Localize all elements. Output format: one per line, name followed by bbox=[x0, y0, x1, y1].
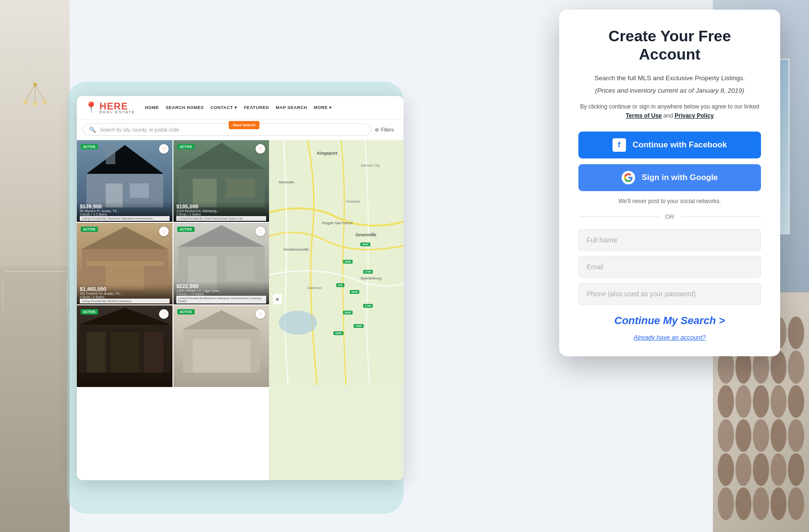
svg-rect-32 bbox=[269, 140, 404, 385]
svg-text:Asheville: Asheville bbox=[279, 180, 294, 184]
svg-text:Pisgah Nat Forest: Pisgah Nat Forest bbox=[322, 221, 353, 225]
svg-marker-30 bbox=[183, 310, 260, 329]
facebook-button-label: Continue with Facebook bbox=[633, 140, 727, 150]
property-1-favorite[interactable]: ♡ bbox=[159, 144, 169, 154]
logo-subtitle: Real Estate bbox=[99, 110, 135, 114]
property-2-status: ACTIVE bbox=[177, 144, 195, 149]
fullname-input[interactable] bbox=[578, 229, 761, 251]
filters-label: Filters bbox=[381, 127, 394, 133]
svg-text:Cherokee: Cherokee bbox=[346, 200, 360, 203]
signup-modal: Create Your Free Account Search the full… bbox=[559, 10, 780, 356]
property-5-favorite[interactable]: ♡ bbox=[159, 309, 169, 319]
website-mockup: 📍 HERE Real Estate HOME SEARCH HOMES CON… bbox=[77, 96, 404, 480]
svg-text:Johnson City: Johnson City bbox=[360, 164, 380, 168]
property-2-listing: Listing Provided By United Real Estate Q… bbox=[176, 216, 266, 221]
filters-icon: ⚙ bbox=[375, 127, 379, 133]
modal-agreement-text: By clicking continue or sign in anywhere… bbox=[578, 102, 761, 121]
svg-marker-8 bbox=[86, 145, 163, 174]
property-4-details: 3 Beds | 2.5 Baths bbox=[176, 292, 266, 296]
or-text: OR bbox=[665, 213, 674, 220]
google-button[interactable]: Sign in with Google bbox=[578, 164, 761, 191]
privacy-link[interactable]: Privacy Policy bbox=[674, 112, 713, 119]
property-card-2: ACTIVE ♡ $185,000 1229 Roxford Dr, Wimbe… bbox=[173, 140, 269, 222]
property-4-favorite[interactable]: ♡ bbox=[256, 227, 265, 236]
property-5-status: ACTIVE bbox=[81, 309, 98, 314]
svg-text:Anderson: Anderson bbox=[307, 286, 322, 290]
site-logo: 📍 HERE Real Estate bbox=[85, 101, 135, 114]
svg-text:Spartanburg: Spartanburg bbox=[360, 276, 381, 280]
svg-rect-27 bbox=[110, 332, 139, 373]
svg-point-5 bbox=[33, 101, 37, 106]
property-3-details: 4 Beds | 6 Baths bbox=[80, 295, 170, 299]
terms-link[interactable]: Terms of Use bbox=[625, 112, 662, 119]
property-1-details: 3 Beds | 4.5 Baths bbox=[80, 213, 170, 216]
logo-pin-icon: 📍 bbox=[85, 101, 98, 114]
property-1-price: $539,900 bbox=[80, 204, 170, 209]
property-4-listing: Listing Provided By Berkshire Hathaway H… bbox=[176, 296, 266, 303]
property-6-favorite[interactable]: ♡ bbox=[256, 309, 265, 319]
facebook-button[interactable]: f Continue with Facebook bbox=[578, 132, 761, 158]
nav-more[interactable]: MORE bbox=[314, 105, 332, 110]
svg-rect-31 bbox=[193, 339, 250, 373]
nav-search-homes[interactable]: SEARCH HOMES bbox=[166, 105, 204, 110]
property-card-3: ACTIVE ♡ $1,465,000 301 Cosime Trl, Aust… bbox=[77, 223, 172, 304]
nav-featured[interactable]: FEATURED bbox=[244, 105, 269, 110]
left-interior-photo bbox=[0, 0, 70, 532]
svg-point-4 bbox=[23, 99, 28, 104]
property-4-status: ACTIVE bbox=[177, 227, 195, 232]
property-3-address: 301 Cosime Trl, Austin, TX... bbox=[80, 292, 170, 295]
svg-text:Kingsport: Kingsport bbox=[317, 151, 338, 156]
svg-rect-23 bbox=[226, 256, 255, 280]
modal-subtitle-date: (Prices and inventory current as of Janu… bbox=[578, 86, 761, 96]
google-button-label: Sign in with Google bbox=[642, 173, 718, 182]
email-input[interactable] bbox=[578, 256, 761, 278]
nav-contact[interactable]: CONTACT bbox=[210, 105, 237, 110]
map-pin-3: 175K bbox=[363, 270, 373, 274]
map-pin-5: 290K bbox=[343, 311, 353, 314]
or-line-left bbox=[578, 217, 659, 217]
svg-point-33 bbox=[279, 311, 317, 335]
nav-home[interactable]: HOME bbox=[145, 105, 159, 110]
save-search-button[interactable]: Save Search bbox=[229, 121, 259, 129]
search-bar[interactable]: 🔍 Search by city, county, or postal code bbox=[83, 123, 371, 136]
search-icon: 🔍 bbox=[89, 126, 96, 133]
filters-button[interactable]: ⚙ Filters bbox=[371, 125, 398, 134]
property-1-address: 96 Wyvern Pl, Austin, TX... bbox=[80, 209, 170, 213]
nav-bar: 📍 HERE Real Estate HOME SEARCH HOMES CON… bbox=[77, 96, 404, 120]
modal-subtitle-date-italic: (Prices and inventory current as of Janu… bbox=[595, 87, 745, 94]
property-3-listing: Listing Provided By RE/MAX Executive bbox=[80, 299, 170, 303]
property-card-6: ACTIVE ♡ bbox=[173, 305, 269, 387]
svg-rect-18 bbox=[86, 261, 163, 266]
map-pin-1: 265K bbox=[343, 260, 353, 264]
already-account-link[interactable]: Already have an account? bbox=[578, 334, 761, 341]
svg-text:Hendersonville: Hendersonville bbox=[283, 247, 309, 252]
property-3-status: ACTIVE bbox=[81, 227, 98, 232]
phone-input[interactable] bbox=[578, 283, 761, 305]
modal-agreement-prefix: By clicking continue or sign in anywhere… bbox=[580, 103, 760, 110]
property-4-address: 2285 Climber Ln, Lago Vista... bbox=[176, 289, 266, 292]
modal-agreement-and: and bbox=[663, 112, 673, 119]
property-2-info: $185,000 1229 Roxford Dr, Wimberly... 2 … bbox=[173, 202, 269, 222]
property-2-favorite[interactable]: ♡ bbox=[256, 144, 265, 154]
property-1-status: ACTIVE bbox=[81, 144, 98, 149]
svg-rect-26 bbox=[86, 332, 106, 373]
modal-title: Create Your Free Account bbox=[578, 27, 761, 64]
map-area: Kingsport Johnson City Asheville Cheroke… bbox=[269, 140, 404, 480]
property-3-favorite[interactable]: ♡ bbox=[159, 227, 169, 236]
property-4-info: $222,000 2285 Climber Ln, Lago Vista... … bbox=[173, 281, 269, 304]
property-card-1: ACTIVE ♡ $539,900 96 Wyvern Pl, Austin, … bbox=[77, 140, 172, 222]
facebook-icon: f bbox=[613, 138, 626, 152]
map-pin-8: 100K bbox=[333, 331, 343, 335]
property-card-5: ACTIVE ♡ bbox=[77, 305, 172, 387]
continue-button[interactable]: Continue My Search > bbox=[578, 310, 761, 330]
svg-rect-11 bbox=[106, 145, 115, 164]
property-1-info: $539,900 96 Wyvern Pl, Austin, TX... 3 B… bbox=[77, 202, 172, 222]
map-collapse-button[interactable]: « bbox=[273, 294, 282, 304]
map-pin-6: 175K bbox=[363, 304, 373, 308]
search-placeholder: Search by city, county, or postal code bbox=[100, 127, 179, 133]
svg-rect-28 bbox=[144, 332, 163, 373]
social-disclaimer: We'll never post to your social networks… bbox=[578, 198, 761, 205]
property-grid: ACTIVE ♡ $539,900 96 Wyvern Pl, Austin, … bbox=[77, 140, 269, 480]
nav-map-search[interactable]: MAP SEARCH bbox=[276, 105, 307, 110]
property-2-price: $185,000 bbox=[176, 204, 266, 209]
